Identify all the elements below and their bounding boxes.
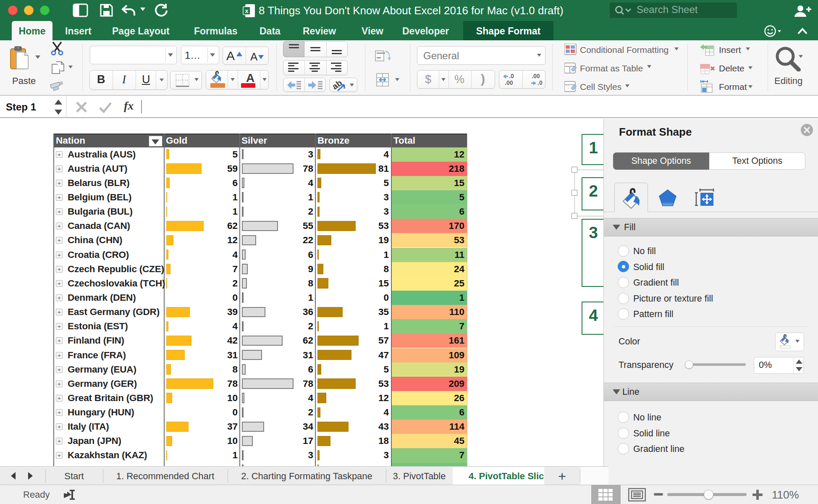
svg-text:.0: .0 (537, 79, 543, 86)
svg-text:.00: .00 (532, 73, 540, 79)
svg-text:.0: .0 (509, 73, 514, 79)
svg-text:.00: .00 (505, 79, 513, 86)
